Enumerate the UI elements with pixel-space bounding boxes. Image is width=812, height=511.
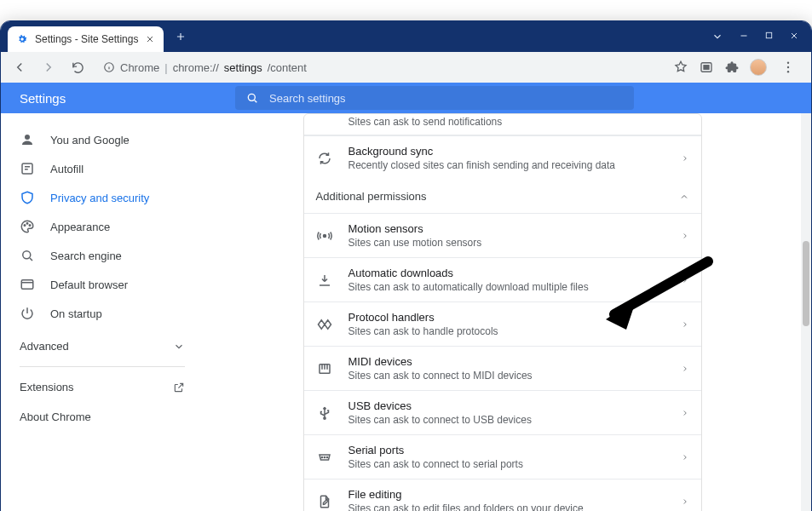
row-automatic-downloads[interactable]: Automatic downloadsSites can ask to auto… [304,257,701,301]
row-motion-sensors[interactable]: Motion sensorsSites can use motion senso… [304,213,701,257]
svg-rect-0 [766,32,771,37]
svg-point-19 [324,456,325,457]
extensions-puzzle-icon[interactable] [724,60,740,75]
sidebar-item-appearance[interactable]: Appearance [1,212,204,241]
row-title: File editing [348,488,665,501]
row-notifications-truncated[interactable]: Sites can ask to send notifications [304,114,701,135]
svg-point-17 [323,416,325,418]
power-icon [20,306,35,321]
row-title: Background sync [348,145,665,158]
maximize-icon[interactable] [764,31,774,43]
sidebar-item-you-and-google[interactable]: You and Google [1,125,204,154]
file-edit-icon [316,493,333,510]
chevron-right-icon [681,320,689,329]
address-bar: Chrome | chrome://settings/content [1,52,811,83]
site-info-icon[interactable] [103,61,115,73]
url-scheme: chrome:// [173,61,219,74]
sidebar-item-label: Privacy and security [50,192,149,204]
section-additional-permissions[interactable]: Additional permissions [304,180,701,213]
browser-icon [20,277,35,292]
window-titlebar: Settings - Site Settings [1,21,811,52]
svg-point-4 [787,62,789,64]
sidebar-item-extensions[interactable]: Extensions [1,372,204,402]
row-protocol-handlers[interactable]: Protocol handlersSites can ask to handle… [304,301,701,346]
chevron-right-icon [681,232,689,240]
close-tab-icon[interactable] [145,34,155,44]
reload-button[interactable] [66,55,89,79]
bookmark-star-icon[interactable] [673,60,688,75]
advanced-label: Advanced [20,340,69,353]
sidebar-item-on-startup[interactable]: On startup [1,299,204,328]
sidebar-advanced-toggle[interactable]: Advanced [1,328,204,361]
row-file-editing[interactable]: File editingSites can ask to edit files … [304,479,701,511]
chrome-menu-icon[interactable] [777,60,799,75]
midi-icon [316,360,333,377]
palette-icon [20,219,35,234]
chevron-right-icon [681,365,689,373]
search-input[interactable] [269,92,624,105]
row-subtitle: Sites can ask to edit files and folders … [348,502,665,511]
profile-avatar[interactable] [750,59,767,76]
forward-button[interactable] [37,55,60,79]
shield-icon [20,190,35,205]
svg-point-5 [787,66,789,68]
sidebar-item-label: Autofill [50,163,84,175]
row-background-sync[interactable]: Background syncRecently closed sites can… [304,135,701,180]
back-button[interactable] [8,55,32,79]
row-title: Protocol handlers [348,311,665,324]
scrollbar-thumb[interactable] [803,241,809,326]
sidebar-item-label: Search engine [50,250,122,262]
window-controls [711,31,811,43]
row-title: Serial ports [348,444,665,456]
sidebar-item-label: On startup [50,307,102,320]
settings-content[interactable]: Sites can ask to send notifications Back… [204,113,801,511]
row-serial-ports[interactable]: Serial portsSites can ask to connect to … [304,434,701,479]
chevron-right-icon [681,409,689,417]
person-icon [20,132,35,147]
svg-point-8 [25,135,30,140]
svg-point-13 [23,251,31,259]
svg-point-10 [24,225,26,227]
svg-point-7 [248,94,255,100]
close-window-icon[interactable] [789,31,799,43]
svg-point-18 [321,456,322,457]
sidebar-item-about-chrome[interactable]: About Chrome [1,402,204,432]
sync-icon [316,150,333,167]
row-subtitle: Sites can ask to handle protocols [348,325,665,337]
usb-icon [316,405,333,422]
minimize-icon[interactable] [739,31,749,43]
url-path-emph: settings [224,61,262,74]
sidebar-item-label: Default browser [50,278,128,291]
reader-icon[interactable] [699,60,714,75]
row-subtitle: Sites can ask to send notifications [348,116,503,128]
sidebar-item-privacy-security[interactable]: Privacy and security [1,183,204,212]
section-title: Additional permissions [316,190,427,203]
url-field[interactable]: Chrome | chrome://settings/content [95,55,663,79]
search-icon [20,248,35,263]
protocol-icon [316,316,333,333]
svg-point-15 [323,234,325,237]
row-subtitle: Recently closed sites can finish sending… [348,159,665,171]
gear-icon [16,33,28,45]
window-dropdown-icon[interactable] [711,31,723,43]
settings-header: Settings [1,83,811,113]
external-link-icon [173,382,185,393]
chevron-down-icon [173,341,185,353]
sidebar-item-default-browser[interactable]: Default browser [1,270,204,299]
row-title: USB devices [348,399,665,412]
row-usb-devices[interactable]: USB devicesSites can ask to connect to U… [304,390,701,434]
search-settings-field[interactable] [235,86,634,110]
sidebar-item-autofill[interactable]: Autofill [1,154,204,183]
page-title: Settings [1,91,235,106]
svg-point-20 [326,456,327,457]
row-midi-devices[interactable]: MIDI devicesSites can ask to connect to … [304,346,701,390]
scrollbar-track[interactable] [801,113,811,511]
chevron-up-icon [679,192,689,202]
sidebar-item-search-engine[interactable]: Search engine [1,241,204,270]
chevron-right-icon [681,497,689,506]
tab-title: Settings - Site Settings [35,33,138,45]
svg-rect-14 [21,280,33,290]
row-subtitle: Sites can ask to automatically download … [348,281,665,293]
browser-tab[interactable]: Settings - Site Settings [8,26,164,52]
new-tab-button[interactable] [169,25,193,49]
